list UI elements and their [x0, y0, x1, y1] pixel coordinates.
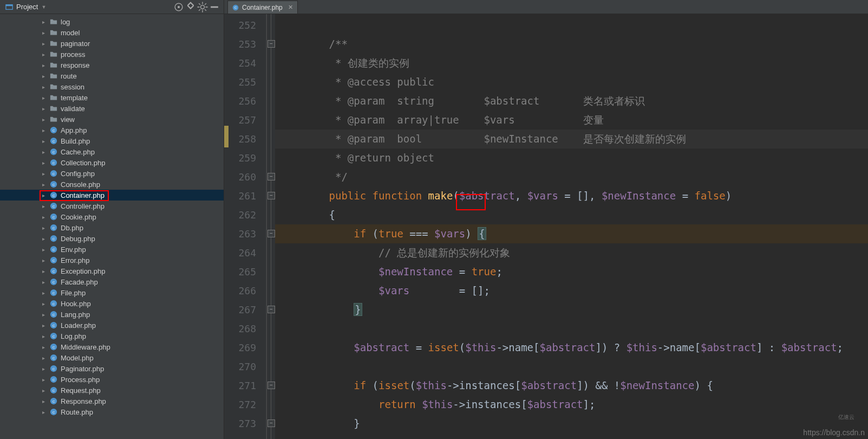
- tree-folder[interactable]: ▸paginator: [0, 38, 224, 49]
- code-editor[interactable]: 2522532542552562572582592602612622632642…: [224, 14, 868, 439]
- code-line[interactable]: [275, 319, 868, 338]
- code-line[interactable]: $newInstance = true;: [275, 262, 868, 281]
- caret-icon: ▸: [42, 366, 47, 372]
- fold-marker-icon[interactable]: −: [267, 230, 275, 237]
- file-tree[interactable]: ▸log▸model▸paginator▸process▸response▸ro…: [0, 14, 224, 439]
- tree-item-label: Process.php: [61, 376, 100, 384]
- tree-folder[interactable]: ▸template: [0, 92, 224, 103]
- code-line[interactable]: * @param array|true $vars 变量: [275, 111, 868, 130]
- caret-icon: ▸: [42, 279, 47, 285]
- tree-file[interactable]: ▸CProcess.php: [0, 374, 224, 385]
- code-line[interactable]: return $this->instances[$abstract];: [275, 395, 868, 414]
- tree-folder[interactable]: ▸validate: [0, 103, 224, 114]
- tree-folder[interactable]: ▸model: [0, 27, 224, 38]
- caret-icon: ▸: [42, 84, 47, 90]
- caret-icon: ▸: [42, 236, 47, 242]
- code-line[interactable]: }: [275, 414, 868, 433]
- tree-item-label: view: [61, 115, 75, 124]
- code-line[interactable]: $abstract = isset($this->name[$abstract]…: [275, 338, 868, 357]
- code-content[interactable]: /** * 创建类的实例 * @access public * @param s…: [275, 14, 868, 439]
- code-line[interactable]: }: [275, 300, 868, 319]
- code-line[interactable]: $vars = [];: [275, 281, 868, 300]
- locate-icon[interactable]: [173, 1, 185, 13]
- watermark-text: https://blog.csdn.n: [803, 428, 865, 437]
- code-line[interactable]: * @param string $abstract 类名或者标识: [275, 92, 868, 111]
- tree-file[interactable]: ▸CModel.php: [0, 352, 224, 363]
- project-dropdown[interactable]: Project ▼: [5, 3, 46, 11]
- tree-file[interactable]: ▸CHook.php: [0, 298, 224, 309]
- tree-file[interactable]: ▸CError.php: [0, 255, 224, 266]
- tree-item-label: response: [61, 61, 89, 69]
- tree-file[interactable]: ▸CCache.php: [0, 146, 224, 157]
- tree-file[interactable]: ▸CFile.php: [0, 287, 224, 298]
- code-line[interactable]: * @return object: [275, 149, 868, 167]
- tree-file[interactable]: ▸CLang.php: [0, 309, 224, 320]
- tab-container-php[interactable]: C Container.php ✕: [227, 1, 298, 14]
- tab-close-icon[interactable]: ✕: [288, 4, 293, 11]
- hide-panel-icon[interactable]: [208, 1, 220, 13]
- tree-file[interactable]: ▸CController.php: [0, 201, 224, 211]
- svg-text:C: C: [53, 215, 55, 219]
- caret-icon: ▸: [42, 51, 47, 57]
- code-line[interactable]: {: [275, 205, 868, 224]
- settings-gear-icon[interactable]: [197, 1, 208, 13]
- tree-file[interactable]: ▸CContainer.php: [0, 190, 224, 201]
- svg-text:C: C: [53, 280, 55, 284]
- tree-folder[interactable]: ▸route: [0, 70, 224, 81]
- tree-file[interactable]: ▸CLoader.php: [0, 320, 224, 331]
- fold-marker-icon[interactable]: −: [267, 192, 275, 199]
- caret-icon: ▸: [42, 203, 47, 209]
- code-line[interactable]: /**: [275, 35, 868, 54]
- caret-icon: ▸: [42, 322, 47, 328]
- tree-file[interactable]: ▸CApp.php: [0, 125, 224, 135]
- tree-file[interactable]: ▸CFacade.php: [0, 276, 224, 287]
- tree-file[interactable]: ▸CPaginator.php: [0, 363, 224, 374]
- tree-file[interactable]: ▸CConsole.php: [0, 179, 224, 190]
- line-number: 261: [224, 186, 266, 205]
- fold-marker-icon[interactable]: −: [267, 306, 275, 313]
- collapse-icon[interactable]: [185, 1, 197, 13]
- tree-folder[interactable]: ▸process: [0, 49, 224, 60]
- code-line[interactable]: * 创建类的实例: [275, 54, 868, 73]
- code-line[interactable]: if (isset($this->instances[$abstract]) &…: [275, 376, 868, 395]
- caret-icon: ▸: [42, 62, 47, 68]
- code-line[interactable]: // 总是创建新的实例化对象: [275, 243, 868, 262]
- code-line[interactable]: public function make($abstract, $vars = …: [275, 186, 868, 205]
- fold-marker-icon[interactable]: −: [267, 173, 275, 180]
- tree-file[interactable]: ▸CDebug.php: [0, 233, 224, 244]
- fold-marker-icon[interactable]: −: [267, 419, 275, 427]
- tree-file[interactable]: ▸CLog.php: [0, 331, 224, 341]
- tree-file[interactable]: ▸CConfig.php: [0, 168, 224, 179]
- tree-folder[interactable]: ▸session: [0, 81, 224, 92]
- tree-file[interactable]: ▸CEnv.php: [0, 244, 224, 255]
- code-line[interactable]: [275, 16, 868, 35]
- tree-file[interactable]: ▸CBuild.php: [0, 135, 224, 146]
- tree-folder[interactable]: ▸view: [0, 114, 224, 125]
- code-line[interactable]: [275, 357, 868, 376]
- line-number: 265: [224, 262, 266, 281]
- fold-marker-icon[interactable]: −: [267, 382, 275, 389]
- fold-marker-icon[interactable]: −: [267, 40, 275, 48]
- code-line[interactable]: * @param bool $newInstance 是否每次创建新的实例: [275, 130, 868, 149]
- tree-folder[interactable]: ▸log: [0, 16, 224, 27]
- tree-folder[interactable]: ▸response: [0, 60, 224, 70]
- tree-file[interactable]: ▸CRequest.php: [0, 385, 224, 396]
- fold-strip[interactable]: −−−−−−−: [266, 14, 275, 439]
- tree-file[interactable]: ▸CMiddleware.php: [0, 341, 224, 352]
- code-line[interactable]: if (true === $vars) {: [275, 224, 868, 243]
- caret-icon: ▸: [42, 127, 47, 133]
- tree-file[interactable]: ▸CResponse.php: [0, 396, 224, 406]
- tree-file[interactable]: ▸CRoute.php: [0, 406, 224, 417]
- tree-item-label: validate: [61, 105, 85, 113]
- caret-icon: ▸: [42, 192, 47, 198]
- tree-file[interactable]: ▸CDb.php: [0, 222, 224, 233]
- tree-item-label: App.php: [61, 126, 87, 134]
- code-line[interactable]: * @access public: [275, 73, 868, 92]
- tree-file[interactable]: ▸CCookie.php: [0, 211, 224, 222]
- tree-file[interactable]: ▸CException.php: [0, 266, 224, 276]
- tree-file[interactable]: ▸CCollection.php: [0, 157, 224, 168]
- code-line[interactable]: */: [275, 167, 868, 186]
- svg-rect-1: [6, 4, 12, 6]
- caret-icon: ▸: [42, 171, 47, 177]
- caret-icon: ▸: [42, 355, 47, 361]
